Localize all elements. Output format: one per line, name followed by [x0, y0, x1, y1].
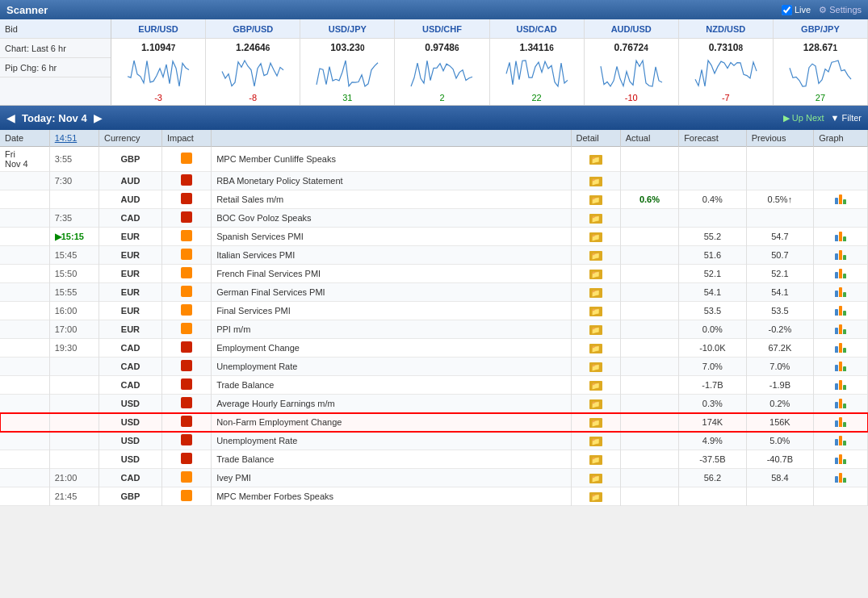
event-graph[interactable]: [814, 172, 868, 190]
event-graph[interactable]: [814, 147, 868, 172]
event-previous: 54.7: [746, 228, 814, 246]
nav-next-button[interactable]: ▶: [94, 111, 103, 124]
event-time: [49, 190, 99, 209]
event-time: ▶15:15: [49, 228, 99, 246]
event-graph[interactable]: [814, 450, 868, 469]
table-row: 21:00 CAD Ivey PMI 📁 56.2 58.4: [0, 469, 868, 487]
event-graph[interactable]: [814, 432, 868, 450]
folder-icon[interactable]: 📁: [589, 251, 602, 261]
event-detail[interactable]: 📁: [571, 376, 620, 395]
currency-pair[interactable]: USD/CAD 1.34116 22: [490, 19, 585, 105]
event-graph[interactable]: [814, 283, 868, 302]
event-detail[interactable]: 📁: [571, 172, 620, 190]
event-graph[interactable]: [814, 339, 868, 358]
event-detail[interactable]: 📁: [571, 395, 620, 413]
event-name: Non-Farm Employment Change: [212, 413, 571, 432]
folder-icon[interactable]: 📁: [589, 418, 602, 428]
calendar-date: Today: Nov 4: [22, 112, 87, 124]
event-graph[interactable]: [814, 487, 868, 506]
event-date: [0, 339, 49, 358]
currency-pair[interactable]: AUD/USD 0.76724 -10: [585, 19, 679, 105]
live-checkbox-input[interactable]: [782, 5, 792, 15]
event-currency: USD: [99, 450, 161, 469]
event-graph[interactable]: [814, 265, 868, 283]
folder-icon[interactable]: 📁: [589, 455, 602, 465]
event-name: MPC Member Forbes Speaks: [212, 487, 571, 506]
col-time[interactable]: 14:51: [49, 130, 99, 147]
event-detail[interactable]: 📁: [571, 228, 620, 246]
currency-pairs: EUR/USD 1.10947 -3 GBP/USD 1.24646 -8 US…: [111, 19, 868, 105]
folder-icon[interactable]: 📁: [589, 177, 602, 186]
currency-pair[interactable]: GBP/USD 1.24646 -8: [206, 19, 300, 105]
currency-pair[interactable]: USD/CHF 0.97486 2: [395, 19, 489, 105]
folder-icon[interactable]: 📁: [589, 270, 602, 279]
folder-icon[interactable]: 📁: [589, 399, 602, 409]
nav-prev-button[interactable]: ◀: [6, 111, 15, 124]
folder-icon[interactable]: 📁: [589, 214, 602, 224]
event-previous: 54.1: [746, 283, 814, 302]
event-detail[interactable]: 📁: [571, 469, 620, 487]
table-row: 7:30 AUD RBA Monetary Policy Statement 📁: [0, 172, 868, 190]
folder-icon[interactable]: 📁: [589, 232, 602, 242]
folder-icon[interactable]: 📁: [589, 474, 602, 483]
event-currency: EUR: [99, 246, 161, 265]
folder-icon[interactable]: 📁: [589, 437, 602, 446]
up-next-button[interactable]: ▶ Up Next: [783, 113, 824, 123]
event-detail[interactable]: 📁: [571, 302, 620, 320]
event-graph[interactable]: [814, 358, 868, 376]
event-detail[interactable]: 📁: [571, 413, 620, 432]
event-detail[interactable]: 📁: [571, 190, 620, 209]
event-graph[interactable]: [814, 228, 868, 246]
event-detail[interactable]: 📁: [571, 246, 620, 265]
live-checkbox[interactable]: Live: [782, 5, 811, 15]
event-actual: [620, 358, 678, 376]
settings-link[interactable]: ⚙ Settings: [819, 5, 862, 15]
bar-chart-icon: [835, 304, 846, 316]
event-detail[interactable]: 📁: [571, 283, 620, 302]
impact-icon: [181, 453, 192, 464]
folder-icon[interactable]: 📁: [589, 155, 602, 165]
event-graph[interactable]: [814, 302, 868, 320]
event-detail[interactable]: 📁: [571, 147, 620, 172]
folder-icon[interactable]: 📁: [589, 307, 602, 316]
currency-pair[interactable]: NZD/USD 0.73108 -7: [679, 19, 774, 105]
event-actual: [620, 147, 678, 172]
currency-pair[interactable]: EUR/USD 1.10947 -3: [111, 19, 206, 105]
event-detail[interactable]: 📁: [571, 265, 620, 283]
event-graph[interactable]: [814, 246, 868, 265]
event-name: Average Hourly Earnings m/m: [212, 395, 571, 413]
folder-icon[interactable]: 📁: [589, 492, 602, 502]
currency-pair[interactable]: GBP/JPY 128.671 27: [774, 19, 868, 105]
currency-pair[interactable]: USD/JPY 103.230 31: [300, 19, 395, 105]
event-graph[interactable]: [814, 469, 868, 487]
folder-icon[interactable]: 📁: [589, 195, 602, 205]
event-graph[interactable]: [814, 376, 868, 395]
event-detail[interactable]: 📁: [571, 487, 620, 506]
table-row: USD Unemployment Rate 📁 4.9% 5.0%: [0, 432, 868, 450]
event-detail[interactable]: 📁: [571, 320, 620, 339]
table-row: 17:00 EUR PPI m/m 📁 0.0% -0.2%: [0, 320, 868, 339]
pair-price: 0.97486: [425, 39, 459, 56]
filter-button[interactable]: ▼ Filter: [831, 113, 862, 123]
event-detail[interactable]: 📁: [571, 358, 620, 376]
event-detail[interactable]: 📁: [571, 450, 620, 469]
folder-icon[interactable]: 📁: [589, 344, 602, 353]
event-graph[interactable]: [814, 413, 868, 432]
folder-icon[interactable]: 📁: [589, 362, 602, 372]
event-graph[interactable]: [814, 190, 868, 209]
folder-icon[interactable]: 📁: [589, 325, 602, 335]
pair-name: USD/CAD: [490, 19, 584, 39]
folder-icon[interactable]: 📁: [589, 288, 602, 298]
folder-icon[interactable]: 📁: [589, 381, 602, 391]
impact-icon: [181, 267, 192, 278]
col-currency: Currency: [99, 130, 161, 147]
event-graph[interactable]: [814, 395, 868, 413]
event-detail[interactable]: 📁: [571, 432, 620, 450]
event-graph[interactable]: [814, 320, 868, 339]
event-currency: CAD: [99, 339, 161, 358]
pair-chart: [585, 56, 678, 90]
event-detail[interactable]: 📁: [571, 339, 620, 358]
event-graph[interactable]: [814, 209, 868, 228]
pair-name: USD/JPY: [300, 19, 394, 39]
event-detail[interactable]: 📁: [571, 209, 620, 228]
